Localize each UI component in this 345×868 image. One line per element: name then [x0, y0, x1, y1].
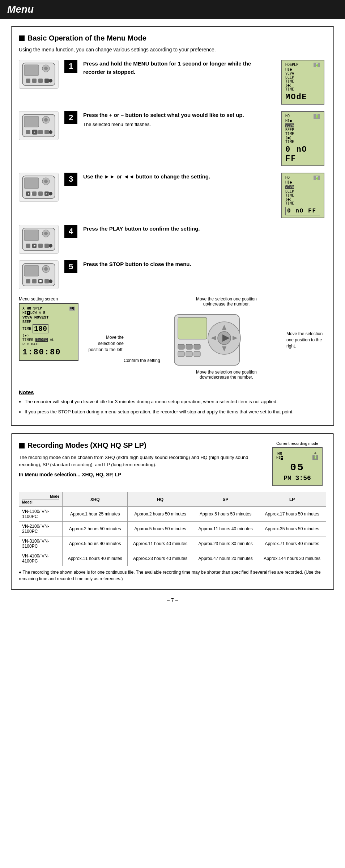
svg-point-22: [44, 180, 48, 183]
recording-modes-section: Recording Modes (XHQ HQ SP LP) The recor…: [11, 433, 334, 590]
svg-rect-34: [26, 244, 30, 248]
svg-point-49: [49, 279, 52, 283]
svg-rect-10: [24, 116, 39, 127]
svg-point-3: [44, 67, 48, 70]
recording-lcd: HQ HI● A 🔋 05 PM 3:56: [272, 447, 323, 486]
table-header-lp: LP: [258, 492, 326, 507]
page-title: Menu: [7, 4, 338, 15]
notes-title: Notes: [19, 389, 326, 395]
sp-vn4100: Approx.47 hours 20 minutes: [193, 551, 258, 566]
lcd-display-1: HQSPLP 🔋 HI● VCVA BEEP TIME (●) TIME MOd…: [281, 60, 324, 105]
svg-rect-59: [178, 344, 184, 349]
sp-vn2100: Approx.11 hours 40 minutes: [193, 522, 258, 536]
xhq-vn2100: Approx.2 hours 50 minutes: [63, 522, 128, 536]
step-1-display: HQSPLP 🔋 HI● VCVA BEEP TIME (●) TIME MOd…: [279, 60, 326, 105]
svg-point-18: [49, 130, 52, 134]
recorder-svg-5: [21, 262, 57, 288]
recording-lcd-number: 05: [276, 462, 318, 473]
svg-rect-16: [38, 130, 43, 134]
model-vn3100: VN-3100/ VN-3100PC: [19, 536, 63, 551]
svg-rect-1: [24, 65, 39, 76]
table-row: VN-3100/ VN-3100PC Approx.5 hours 40 min…: [19, 536, 326, 551]
lp-vn2100: Approx.35 hours 50 minutes: [258, 522, 326, 536]
svg-rect-38: [44, 244, 49, 248]
table-corner-header: Mode Model: [19, 492, 63, 507]
control-diagram-area: Move the selection one position up/incre…: [88, 296, 326, 383]
step-5-text: Press the STOP button to close the menu.: [83, 260, 273, 269]
step-3-row: ◄◄ ►► 3 Use the ►► or ◄◄ button to chang…: [19, 173, 326, 218]
sp-vn1100: Approx.5 hours 50 minutes: [193, 507, 258, 522]
menu-screen-display: X HQ SPLPHQ HI●LOW A B VCVA MOVEST BEEP …: [19, 303, 78, 361]
basic-operation-section: Basic Operation of the Menu Mode Using t…: [11, 26, 334, 426]
recorder-svg-2: +: [21, 113, 57, 139]
center-control-device: [171, 311, 243, 370]
table-note: The recording time shown above is for on…: [19, 569, 326, 582]
step-1-device-image: [19, 60, 59, 89]
recording-header-row: Recording Modes (XHQ HQ SP LP) The recor…: [19, 441, 326, 486]
annotation-left: Move the selection one position to the l…: [88, 334, 124, 353]
step-2-number: 2: [64, 111, 77, 124]
step-3-number: 3: [64, 173, 77, 186]
svg-rect-7: [44, 79, 49, 83]
model-vn4100: VN-4100/ VN-4100PC: [19, 551, 63, 566]
svg-rect-5: [32, 79, 37, 83]
svg-point-29: [49, 192, 52, 195]
xhq-vn4100: Approx.11 hours 40 minutes: [63, 551, 128, 566]
step-1-text: Press and hold the MENU button for 1 sec…: [83, 60, 273, 76]
recording-menu-mode: In Menu mode selection... XHQ, HQ, SP, L…: [19, 472, 261, 477]
step-3-text: Use the ►► or ◄◄ button to change the se…: [83, 173, 273, 181]
lcd-display-3: HQ 🔋 HI● VCVA BEEP TIME (●) TIME 0 nO FF: [281, 173, 324, 218]
step-4-text: Press the PLAY button to confirm the set…: [83, 225, 273, 233]
step-4-number: 4: [64, 225, 77, 238]
recording-modes-table: Mode Model XHQ HQ SP LP VN-1100/ VN-1100…: [19, 492, 326, 566]
xhq-vn3100: Approx.5 hours 40 minutes: [63, 536, 128, 551]
table-row: VN-2100/ VN-2100PC Approx.2 hours 50 min…: [19, 522, 326, 536]
main-content: Basic Operation of the Menu Mode Using t…: [0, 22, 345, 610]
step-2-device-image: +: [19, 111, 59, 140]
title-square-icon: [19, 35, 25, 41]
recording-modes-desc: The recording mode can be chosen from XH…: [19, 454, 261, 468]
svg-rect-37: [38, 244, 43, 248]
svg-rect-17: [44, 130, 49, 134]
svg-point-39: [49, 244, 52, 248]
page-header: Menu: [0, 0, 345, 19]
step-4-device-image: [19, 225, 59, 254]
step-1-number: 1: [64, 60, 77, 73]
menu-setting-area: Menu setting screen X HQ SPLPHQ HI●LOW A…: [19, 296, 326, 383]
table-row: VN-4100/ VN-4100PC Approx.11 hours 40 mi…: [19, 551, 326, 566]
svg-rect-64: [194, 351, 200, 357]
hq-vn3100: Approx.11 hours 40 minutes: [128, 536, 193, 551]
recorder-svg-3: ◄◄ ►►: [21, 174, 57, 200]
lcd-display-2: HQ 🔋 HI● VCVA BEEP TIME (●) TIME 0 nO FF: [281, 111, 324, 166]
svg-text:◄◄: ◄◄: [27, 192, 33, 195]
hq-vn1100: Approx.2 hours 50 minutes: [128, 507, 193, 522]
svg-point-8: [49, 79, 52, 83]
svg-rect-62: [178, 351, 184, 357]
svg-rect-51: [178, 317, 207, 339]
svg-rect-31: [24, 230, 39, 241]
step-5-row: 5 Press the STOP button to close the men…: [19, 260, 326, 289]
annotation-confirm: Confirm the setting: [124, 358, 160, 363]
svg-rect-44: [26, 279, 30, 283]
recorder-svg-1: [21, 61, 57, 87]
svg-rect-60: [186, 344, 192, 349]
table-header-row: Mode Model XHQ HQ SP LP: [19, 492, 326, 507]
table-header-hq: HQ: [128, 492, 193, 507]
control-pad-svg: [171, 311, 243, 369]
step-5-device-image: [19, 260, 59, 289]
model-vn1100: VN-1100/ VN-1100PC: [19, 507, 63, 522]
recorder-svg-4: [21, 226, 57, 252]
recording-text: Recording Modes (XHQ HQ SP LP) The recor…: [19, 441, 261, 481]
title-square-icon-2: [19, 443, 25, 448]
svg-rect-48: [44, 279, 49, 283]
menu-screen-label: Menu setting screen: [19, 296, 80, 302]
step-3-display: HQ 🔋 HI● VCVA BEEP TIME (●) TIME 0 nO FF: [279, 173, 326, 218]
table-row: VN-1100/ VN-1100PC Approx.1 hour 25 minu…: [19, 507, 326, 522]
notes-section: Notes The recorder will stop if you leav…: [19, 389, 326, 415]
page-number: – 7 –: [11, 597, 334, 603]
svg-point-33: [44, 232, 48, 235]
svg-rect-26: [38, 191, 43, 196]
hq-vn4100: Approx.23 hours 40 minutes: [128, 551, 193, 566]
annotation-bottom: Move the selection one position down/dec…: [194, 370, 259, 380]
lp-vn3100: Approx.71 hours 40 minutes: [258, 536, 326, 551]
